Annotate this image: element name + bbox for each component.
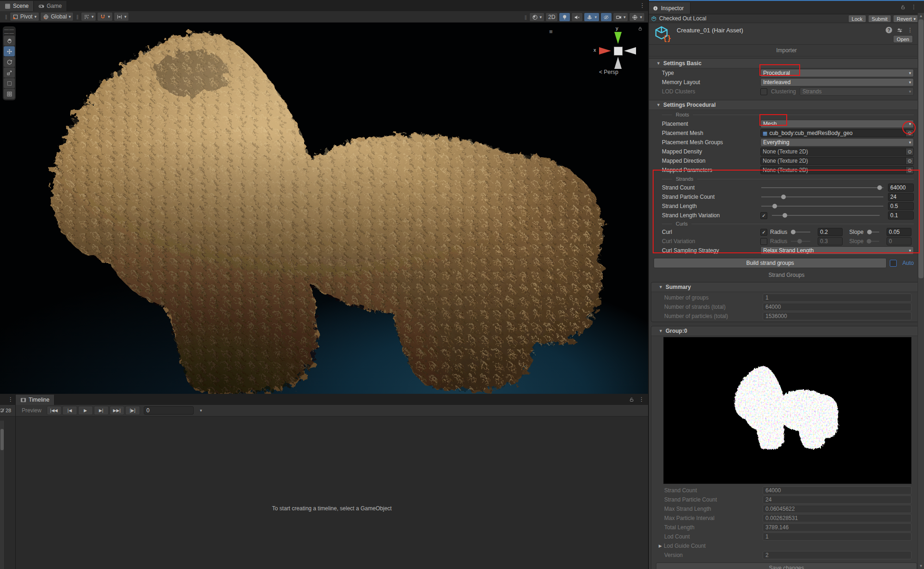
presets-icon[interactable] <box>897 27 903 33</box>
curl-radius-slider[interactable] <box>791 232 810 232</box>
tab-timeline[interactable]: Timeline <box>16 395 55 405</box>
strand-particle-count-slider[interactable] <box>761 196 883 197</box>
strand-length-field[interactable]: 0.5 <box>888 202 914 210</box>
revert-button[interactable]: Revert▾ <box>893 15 919 23</box>
mapped-density-object-field[interactable]: None (Texture 2D) ⊙ <box>760 147 914 156</box>
strand-length-variation-field[interactable]: 0.1 <box>888 211 914 220</box>
tab-inspector[interactable]: Inspector <box>649 2 691 14</box>
effects-toggle-button[interactable]: ▾ <box>584 12 600 22</box>
gizmo-axis-right[interactable] <box>624 47 636 55</box>
gizmo-y-axis[interactable] <box>614 32 622 44</box>
frame-options-dropdown-icon[interactable]: ▾ <box>196 408 206 413</box>
strand-count-field[interactable]: 64000 <box>888 184 914 192</box>
help-icon[interactable]: ? <box>886 27 892 33</box>
scrollbar-thumb[interactable] <box>918 19 924 278</box>
submit-button[interactable]: Submit <box>868 15 891 23</box>
play-range-button[interactable]: [▶] <box>125 406 140 415</box>
tab-game[interactable]: Game <box>34 1 67 11</box>
lock-button[interactable]: Lock <box>848 15 866 23</box>
previous-frame-button[interactable]: |◀ <box>62 406 77 415</box>
curl-slope-field[interactable]: 0.05 <box>887 228 912 236</box>
strand-count-slider[interactable] <box>761 187 883 188</box>
curl-variation-checkbox[interactable] <box>760 238 767 245</box>
scene-viewport[interactable]: ———— ≡ y x < Pers <box>0 23 648 394</box>
curl-variation-radius-slider[interactable] <box>791 241 810 242</box>
placement-dropdown[interactable]: Mesh▾ <box>760 120 914 128</box>
next-frame-button[interactable]: ▶| <box>94 406 109 415</box>
gizmo-x-axis[interactable] <box>599 47 611 55</box>
goto-end-button[interactable]: ▶▶| <box>110 406 124 415</box>
curl-variation-slope-field[interactable]: 0 <box>887 237 912 245</box>
strand-particle-count-field[interactable]: 24 <box>888 193 914 201</box>
curl-slope-slider[interactable] <box>867 232 879 232</box>
scrollbar-thumb[interactable] <box>0 429 4 450</box>
clustering-dropdown[interactable]: Strands▾ <box>800 87 914 96</box>
timeline-content[interactable]: To start creating a timeline, select a G… <box>16 416 648 569</box>
pivot-button[interactable]: Pivot ▾ <box>10 12 39 21</box>
tools-drag-handle[interactable]: ———— <box>3 28 16 35</box>
mesh-groups-dropdown[interactable]: Everything▾ <box>760 138 914 147</box>
scene-pane-menu-icon[interactable]: ⋮ <box>639 2 645 9</box>
shading-mode-button[interactable]: ▾ <box>529 12 545 22</box>
open-button[interactable]: Open <box>893 35 913 43</box>
strand-group-preview[interactable] <box>663 337 912 484</box>
perspective-label[interactable]: < Persp <box>599 69 618 75</box>
transform-tool[interactable] <box>4 89 15 99</box>
overlay-menu-icon[interactable]: ≡ <box>549 28 637 35</box>
object-picker-icon[interactable]: ⊙ <box>906 148 913 155</box>
curl-checkbox[interactable]: ✓ <box>760 229 767 236</box>
rotate-tool[interactable] <box>4 57 15 67</box>
rect-tool[interactable] <box>4 78 15 88</box>
save-changes-button[interactable]: Save changes <box>656 563 917 569</box>
gizmos-button[interactable]: ▾ <box>629 12 645 22</box>
goto-start-button[interactable]: |◀◀ <box>47 406 61 415</box>
memory-layout-dropdown[interactable]: Interleaved▾ <box>760 78 914 86</box>
magnet-snap-button[interactable]: ▾ <box>97 12 113 21</box>
strand-length-slider[interactable] <box>761 206 883 207</box>
toolbar-drag-handle[interactable]: || <box>5 14 7 19</box>
play-button[interactable]: ▶ <box>78 406 93 415</box>
placement-mesh-object-field[interactable]: ▦ cub_body:cub_medResBody_geo ⊙ <box>760 129 914 137</box>
tab-scene[interactable]: Scene <box>0 1 34 11</box>
lighting-toggle-button[interactable] <box>559 12 570 22</box>
inspector-scrollbar[interactable]: ▲ ▼ <box>918 13 924 569</box>
summary-header[interactable]: ▼ Summary <box>651 282 922 292</box>
settings-basic-header[interactable]: ▼ Settings Basic <box>649 58 924 68</box>
scroll-down-icon[interactable]: ▼ <box>918 564 924 568</box>
current-frame-field[interactable]: 0 <box>144 406 194 415</box>
curl-variation-radius-field[interactable]: 0.3 <box>818 237 843 245</box>
mapped-direction-object-field[interactable]: None (Texture 2D) ⊙ <box>760 157 914 165</box>
settings-procedural-header[interactable]: ▼ Settings Procedural <box>649 100 924 110</box>
lock-icon[interactable] <box>638 26 643 31</box>
mapped-parameters-object-field[interactable]: None (Texture 2D) ⊙ <box>760 166 914 174</box>
grid-snap-button[interactable]: ▾ <box>81 12 97 21</box>
group0-header[interactable]: ▼ Group:0 <box>651 326 922 336</box>
orientation-gizmo[interactable]: ≡ y x < Persp <box>595 26 640 77</box>
curl-variation-slope-slider[interactable] <box>867 241 879 242</box>
sliver-scrollbar[interactable] <box>0 421 5 569</box>
scroll-up-icon[interactable]: ▲ <box>918 14 924 18</box>
gizmo-center-cube[interactable] <box>614 47 623 55</box>
view-hand-tool[interactable] <box>4 36 15 46</box>
lod-guide-count-row[interactable]: ▶ Lod Guide Count <box>651 541 922 551</box>
gizmo-axis-down[interactable] <box>614 57 622 69</box>
curl-radius-field[interactable]: 0.2 <box>818 228 843 236</box>
global-button[interactable]: Global ▾ <box>40 12 73 21</box>
preview-toggle-button[interactable]: Preview <box>18 406 46 415</box>
inspector-menu-icon[interactable]: ⋮ <box>911 4 917 10</box>
asset-menu-icon[interactable]: ⋮ <box>907 27 913 33</box>
object-picker-icon[interactable]: ⊙ <box>906 130 913 136</box>
sliver-menu-icon[interactable]: ⋮ <box>8 396 13 403</box>
timeline-menu-icon[interactable]: ⋮ <box>639 396 644 403</box>
unlock-icon[interactable] <box>900 5 906 10</box>
hidden-objects-button[interactable] <box>600 12 612 22</box>
curl-sampling-dropdown[interactable]: Relax Strand Length▾ <box>760 246 914 255</box>
auto-checkbox[interactable] <box>890 260 897 267</box>
toolbar-drag-handle[interactable]: || <box>525 14 526 20</box>
strand-length-variation-slider[interactable] <box>772 215 880 216</box>
move-snap-button[interactable]: ▾ <box>114 12 129 21</box>
move-tool[interactable] <box>4 46 15 56</box>
camera-settings-button[interactable]: ▾ <box>613 12 629 22</box>
2d-toggle-button[interactable]: 2D <box>545 12 558 22</box>
object-picker-icon[interactable]: ⊙ <box>906 167 913 173</box>
